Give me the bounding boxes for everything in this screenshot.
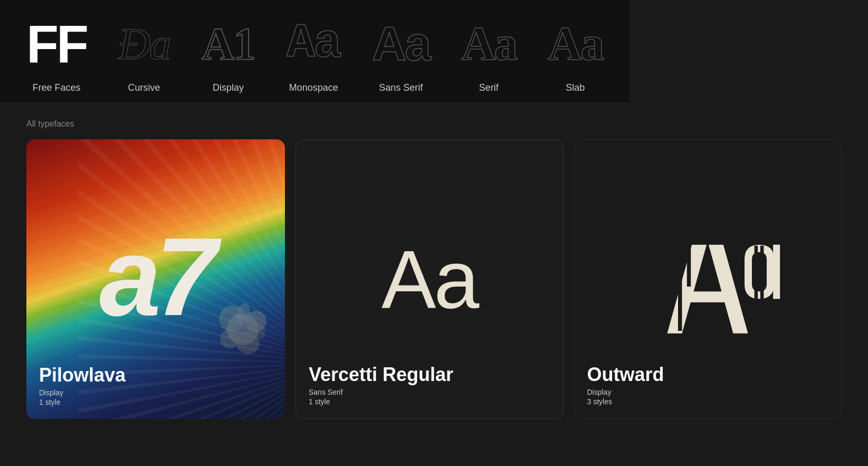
category-free-faces[interactable]: FF Free Faces	[11, 0, 102, 103]
slab-icon: Aa	[548, 9, 603, 78]
svg-point-4	[220, 329, 239, 348]
cursive-icon: Ða	[118, 9, 170, 78]
category-cursive[interactable]: Ða Cursive	[102, 0, 186, 103]
category-slab[interactable]: Aa Slab	[532, 0, 618, 103]
category-serif[interactable]: Aa Serif	[445, 0, 532, 103]
font-cards-grid: a7 Pilowlava Display 1 style Aa Vercetti…	[0, 139, 868, 445]
category-monospace[interactable]: Aa Monospace	[271, 0, 356, 103]
cursive-label: Cursive	[128, 82, 160, 93]
svg-marker-8	[709, 245, 748, 334]
pilowlava-font-category: Display	[39, 388, 272, 397]
outward-preview-svg	[634, 205, 781, 353]
category-display[interactable]: A1 Display	[186, 0, 271, 103]
outward-font-category: Display	[587, 388, 829, 396]
pilowlava-preview-text: a7	[99, 230, 212, 325]
sans-serif-icon: Aa	[372, 9, 430, 78]
vercetti-font-styles: 1 style	[309, 397, 550, 406]
section-heading: All typefaces	[0, 103, 868, 139]
serif-label: Serif	[479, 82, 499, 93]
sans-serif-label: Sans Serif	[379, 82, 423, 93]
svg-rect-13	[755, 246, 758, 273]
monospace-label: Monospace	[289, 82, 338, 93]
svg-rect-12	[773, 245, 780, 299]
svg-rect-10	[678, 247, 682, 331]
vercetti-font-category: Sans Serif	[309, 388, 550, 396]
font-card-outward[interactable]: Outward Display 3 styles	[574, 139, 842, 419]
outward-card-info: Outward Display 3 styles	[575, 351, 842, 419]
pilowlava-card-info: Pilowlava Display 1 style	[26, 351, 285, 419]
slab-label: Slab	[566, 82, 585, 93]
svg-rect-16	[760, 287, 764, 299]
free-faces-icon: FF	[26, 9, 87, 78]
font-card-pilowlava[interactable]: a7 Pilowlava Display 1 style	[26, 139, 285, 419]
pilowlava-font-styles: 1 style	[39, 398, 272, 406]
monospace-icon: Aa	[287, 9, 340, 78]
svg-rect-11	[687, 247, 691, 287]
font-card-vercetti[interactable]: Aa Vercetti Regular Sans Serif 1 style	[295, 139, 564, 419]
svg-rect-14	[760, 246, 764, 273]
category-sans-serif[interactable]: Aa Sans Serif	[356, 0, 445, 103]
serif-icon: Aa	[461, 9, 516, 78]
categories-nav: FF Free Faces Ða Cursive A1 Display Aa M…	[0, 0, 868, 103]
pilowlava-font-name: Pilowlava	[39, 364, 272, 386]
display-label: Display	[213, 82, 244, 93]
svg-rect-9	[685, 291, 730, 302]
svg-rect-15	[755, 287, 758, 299]
vercetti-preview-text: Aa	[381, 239, 478, 320]
ff-logo-text: FF	[26, 17, 87, 70]
vercetti-card-info: Vercetti Regular Sans Serif 1 style	[296, 351, 563, 419]
free-faces-label: Free Faces	[33, 82, 81, 93]
vercetti-font-name: Vercetti Regular	[309, 364, 550, 386]
display-icon: A1	[202, 9, 255, 78]
outward-font-styles: 3 styles	[587, 397, 829, 406]
outward-font-name: Outward	[587, 364, 829, 386]
